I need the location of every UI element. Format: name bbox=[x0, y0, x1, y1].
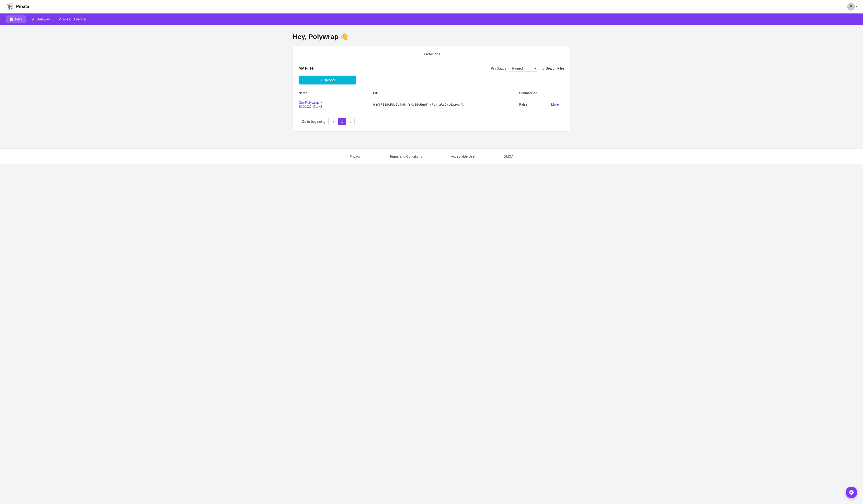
footer-dmca[interactable]: DMCA bbox=[503, 154, 513, 159]
files-card: 0 Total Pins My Files Pin Status Pinned … bbox=[293, 47, 570, 131]
nav-item-gateway[interactable]: ⚡ Gateway bbox=[27, 15, 54, 23]
cid-verifier-icon: ✔ bbox=[59, 17, 61, 21]
logo-emoji: 🪅 bbox=[6, 3, 14, 11]
eye-icon: 👁 bbox=[320, 101, 323, 104]
submarined-cell: False bbox=[519, 97, 551, 112]
gateway-icon: ⚡ bbox=[31, 17, 35, 21]
more-link[interactable]: More bbox=[551, 102, 559, 106]
nav-item-files[interactable]: 📄 Files bbox=[6, 15, 26, 23]
file-name-cell: Gm-Polywrap 👁 3/30/2022 35.1 KB bbox=[299, 97, 373, 112]
upload-button[interactable]: + Upload bbox=[299, 76, 357, 85]
pin-status-label: Pin Status bbox=[491, 66, 506, 70]
user-menu[interactable]: ▾ bbox=[847, 3, 857, 11]
footer-privacy[interactable]: Privacy bbox=[350, 154, 361, 159]
svg-point-0 bbox=[850, 5, 852, 7]
pagination: Go to beginning ‹ 1 › bbox=[299, 118, 564, 125]
cid-value: QmVtFE8ScFUv6b4vUrfrNsEGuUunF4rFckjaRcDx… bbox=[373, 103, 460, 106]
go-to-beginning-button[interactable]: Go to beginning bbox=[299, 118, 329, 125]
cid-cell: QmVtFE8ScFUv6b4vUrfrNsEGuUunF4rFckjaRcDx… bbox=[373, 97, 519, 112]
files-table: Name CID Submarined Gm-Polywrap 👁 3/30/2… bbox=[299, 89, 564, 112]
nav-gateway-label: Gateway bbox=[37, 17, 50, 21]
footer-acceptable-use[interactable]: Acceptable Use bbox=[451, 154, 475, 159]
svg-point-1 bbox=[541, 67, 543, 69]
brand-logo: 🪅 Pinata bbox=[6, 3, 29, 11]
footer-links: Privacy Terms and Conditions Acceptable … bbox=[6, 154, 857, 159]
page-number-1[interactable]: 1 bbox=[338, 118, 346, 125]
next-page-button[interactable]: › bbox=[347, 118, 355, 125]
file-name-link[interactable]: Gm-Polywrap 👁 bbox=[299, 101, 373, 104]
topbar: 🪅 Pinata ▾ bbox=[0, 0, 863, 13]
svg-line-2 bbox=[543, 69, 544, 70]
nav-files-label: Files bbox=[15, 17, 22, 21]
table-row: Gm-Polywrap 👁 3/30/2022 35.1 KB QmVtFE8S… bbox=[299, 97, 564, 112]
files-header: My Files Pin Status Pinned Unpinned All … bbox=[299, 65, 564, 72]
pin-status-select[interactable]: Pinned Unpinned All bbox=[509, 65, 537, 72]
my-files-label: My Files bbox=[299, 66, 314, 71]
copy-icon[interactable]: ⧉ bbox=[461, 102, 464, 106]
files-controls: Pin Status Pinned Unpinned All Search Fi… bbox=[491, 65, 564, 72]
prev-page-button[interactable]: ‹ bbox=[330, 118, 337, 125]
col-cid: CID bbox=[373, 89, 519, 97]
files-icon: 📄 bbox=[10, 17, 14, 21]
file-date-size: 3/30/2022 35.1 KB bbox=[299, 105, 373, 108]
fab-button[interactable] bbox=[846, 487, 857, 498]
page-title: Hey, Polywrap 👋 bbox=[293, 33, 570, 41]
main-content: Hey, Polywrap 👋 0 Total Pins My Files Pi… bbox=[287, 25, 576, 139]
avatar-caret: ▾ bbox=[856, 5, 857, 8]
avatar[interactable] bbox=[847, 3, 855, 11]
more-cell: More bbox=[551, 97, 564, 112]
search-icon bbox=[540, 66, 544, 70]
total-pins: 0 Total Pins bbox=[299, 52, 564, 60]
col-submarined: Submarined bbox=[519, 89, 551, 97]
footer: Privacy Terms and Conditions Acceptable … bbox=[0, 149, 863, 164]
search-files-label: Search Files bbox=[546, 66, 564, 70]
search-files-button[interactable]: Search Files bbox=[540, 66, 564, 70]
brand-name: Pinata bbox=[16, 4, 29, 9]
nav-item-file-cid-verifier[interactable]: ✔ File CID Verifier bbox=[55, 15, 90, 23]
nav-cid-verifier-label: File CID Verifier bbox=[63, 17, 86, 21]
footer-terms[interactable]: Terms and Conditions bbox=[390, 154, 422, 159]
navbar: 📄 Files ⚡ Gateway ✔ File CID Verifier bbox=[0, 13, 863, 25]
col-name: Name bbox=[299, 89, 373, 97]
